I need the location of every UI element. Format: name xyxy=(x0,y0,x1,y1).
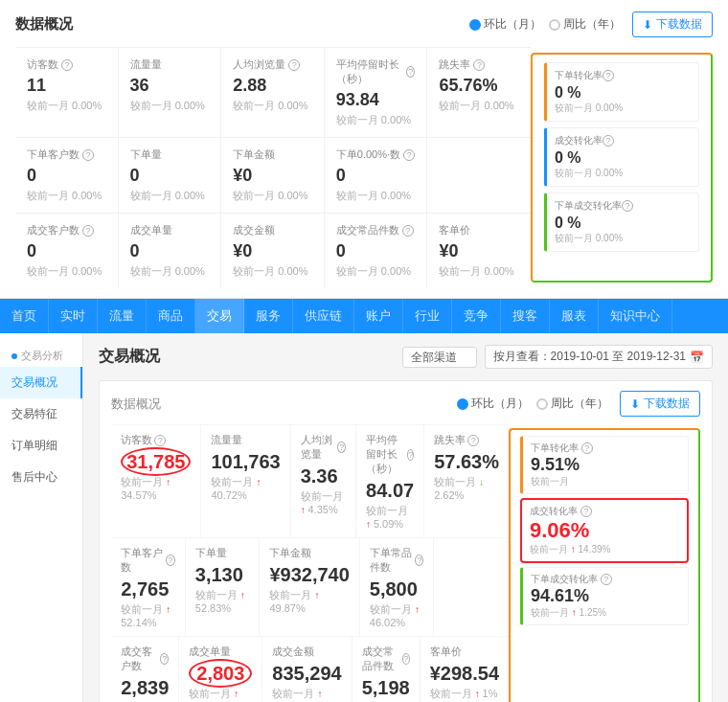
main-metrics-left: 访客数 ? 31,785 较前一月 ↑ 34.57% xyxy=(111,424,509,702)
main-conv-0: 下单转化率 ? 9.51% 较前一月 xyxy=(520,436,689,494)
sidebar-dot xyxy=(11,353,17,359)
info-icon-6[interactable]: ? xyxy=(403,149,415,161)
main-download-icon: ⬇ xyxy=(630,397,640,411)
sidebar-item-overview[interactable]: 交易概况 xyxy=(0,367,82,398)
info-icon[interactable]: ? xyxy=(61,59,73,71)
top-metrics-wrapper: 访客数? 11 较前一月 0.00% 流量量 36 较前一月 0.00% 人均浏… xyxy=(15,47,713,288)
main-info-5[interactable]: ? xyxy=(166,555,175,566)
metric-avg-pv: 人均浏览量? 2.88 较前一月 0.00% xyxy=(221,48,325,137)
info-icon-c3[interactable]: ? xyxy=(622,200,633,212)
main-conv-info-2[interactable]: ? xyxy=(580,506,592,517)
main-radio-month-dot xyxy=(457,398,468,410)
top-conv-item-0: 下单转化率? 0 % 较前一月 0.00% xyxy=(544,62,699,122)
download-icon: ⬇ xyxy=(643,18,652,32)
top-conv-item-1: 成交转化率? 0 % 较前一月 0.00% xyxy=(544,127,699,187)
radio-year-dot xyxy=(549,19,560,31)
top-conv-item-2: 下单成交转化率? 0 % 较前一月 0.00% xyxy=(544,192,699,252)
top-controls: 环比（月） 周比（年） ⬇ 下载数据 xyxy=(469,11,713,37)
main-info-2[interactable]: ? xyxy=(337,442,346,453)
nav-search[interactable]: 搜客 xyxy=(501,299,550,333)
top-data-overview: 数据概况 环比（月） 周比（年） ⬇ 下载数据 xyxy=(0,0,728,299)
calendar-icon: 📅 xyxy=(690,351,704,364)
filter-group: 全部渠道 按月查看：2019-10-01 至 2019-12-31 📅 xyxy=(402,345,713,369)
main-metric-avg-time: 平均停留时长（秒）? 84.07 较前一月 ↑ 5.09% xyxy=(356,425,424,537)
info-icon-c1[interactable]: ? xyxy=(603,70,614,81)
info-icon-c2[interactable]: ? xyxy=(603,135,614,147)
main-metric-traffic: 流量量 101,763 较前一月 ↑ 40.72% xyxy=(201,425,290,537)
main-radio-group: 环比（月） 周比（年） xyxy=(457,396,608,412)
main-conv-2: 下单成交转化率 ? 94.61% 较前一月 ↑ 1.25% xyxy=(520,567,689,625)
main-content-wrapper: 交易分析 交易概况 交易特征 订单明细 售后中心 交易概况 全部渠道 按月查看：… xyxy=(0,333,728,702)
nav-account[interactable]: 账户 xyxy=(354,299,403,333)
main-conv-info-1[interactable]: ? xyxy=(581,442,593,454)
top-metrics-row3: 成交客户数? 0 较前一月 0.00% 成交单量 0 较前一月 0.00% 成交… xyxy=(15,213,531,288)
info-icon-4[interactable]: ? xyxy=(473,59,485,71)
main-conv-info-3[interactable]: ? xyxy=(601,574,612,585)
top-navigation: 首页 实时 流量 商品 交易 服务 供应链 账户 行业 竞争 搜客 服表 知识中… xyxy=(0,299,728,333)
main-controls: 环比（月） 周比（年） ⬇ 下载数据 xyxy=(457,391,700,417)
radio-year[interactable]: 周比（年） xyxy=(549,16,621,33)
main-conv-1: 成交转化率 ? 9.06% 较前一月 ↑ 14.39% xyxy=(520,498,689,563)
nav-competition[interactable]: 竞争 xyxy=(452,299,501,333)
top-download-button[interactable]: ⬇ 下载数据 xyxy=(632,11,713,37)
nav-supply[interactable]: 供应链 xyxy=(293,299,354,333)
main-content: 交易概况 全部渠道 按月查看：2019-10-01 至 2019-12-31 📅… xyxy=(83,333,728,702)
metric-bounce: 跳失率? 65.76% 较前一月 0.00% xyxy=(427,48,531,137)
main-radio-year[interactable]: 周比（年） xyxy=(536,396,608,412)
main-radio-month[interactable]: 环比（月） xyxy=(457,396,529,412)
info-icon-3[interactable]: ? xyxy=(406,66,415,78)
main-radio-year-dot xyxy=(536,398,548,410)
nav-service[interactable]: 服务 xyxy=(244,299,293,333)
radio-month-dot xyxy=(469,19,481,31)
main-info-1[interactable]: ? xyxy=(154,435,166,446)
date-filter-button[interactable]: 按月查看：2019-10-01 至 2019-12-31 📅 xyxy=(485,345,713,369)
main-info-4[interactable]: ? xyxy=(467,435,479,446)
main-metrics-row3: 成交客户数? 2,839 较前一月 ↑ 51 成交单量 xyxy=(111,636,509,702)
metric-avg-time: 平均停留时长（秒）? 93.84 较前一月 0.00% xyxy=(325,48,428,137)
sidebar-item-orders[interactable]: 订单明细 xyxy=(0,430,82,462)
top-metrics-row1: 访客数? 11 较前一月 0.00% 流量量 36 较前一月 0.00% 人均浏… xyxy=(15,47,531,137)
main-metrics-wrapper: 访客数 ? 31,785 较前一月 ↑ 34.57% xyxy=(111,424,700,702)
top-metrics-left: 访客数? 11 较前一月 0.00% 流量量 36 较前一月 0.00% 人均浏… xyxy=(15,47,531,288)
nav-traffic[interactable]: 流量 xyxy=(98,299,147,333)
info-icon-2[interactable]: ? xyxy=(288,59,300,71)
top-conversion-panel: 下单转化率? 0 % 较前一月 0.00% 成交转化率? 0 % 较前一月 0.… xyxy=(531,53,713,283)
nav-realtime[interactable]: 实时 xyxy=(49,299,98,333)
metric-visitors: 访客数? 11 较前一月 0.00% xyxy=(15,48,119,137)
channel-filter[interactable]: 全部渠道 xyxy=(402,347,477,368)
top-metrics-row2: 下单客户数? 0 较前一月 0.00% 下单量 0 较前一月 0.00% 下单金… xyxy=(15,137,531,213)
sidebar-section-label: 交易分析 xyxy=(0,341,82,367)
main-info-8[interactable]: ? xyxy=(402,653,410,665)
metric-traffic: 流量量 36 较前一月 0.00% xyxy=(119,48,222,137)
top-radio-group: 环比（月） 周比（年） xyxy=(469,16,621,33)
radio-month[interactable]: 环比（月） xyxy=(469,16,541,33)
main-metrics-row1: 访客数 ? 31,785 较前一月 ↑ 34.57% xyxy=(111,424,509,537)
nav-service2[interactable]: 服表 xyxy=(550,299,599,333)
top-header: 数据概况 环比（月） 周比（年） ⬇ 下载数据 xyxy=(15,11,713,37)
content-header: 交易概况 全部渠道 按月查看：2019-10-01 至 2019-12-31 📅 xyxy=(99,345,713,369)
content-title: 交易概况 xyxy=(99,347,160,367)
main-data-card: 数据概况 环比（月） 周比（年） ⬇ 下载数据 xyxy=(99,380,713,702)
main-metric-visitors: 访客数 ? 31,785 较前一月 ↑ 34.57% xyxy=(111,425,201,537)
info-icon-8[interactable]: ? xyxy=(402,225,414,237)
main-metric-avg-pv: 人均浏览量? 3.36 较前一月 ↑ 4.35% xyxy=(291,425,356,537)
main-info-6[interactable]: ? xyxy=(415,555,423,566)
nav-knowledge[interactable]: 知识中心 xyxy=(599,299,672,333)
main-info-7[interactable]: ? xyxy=(160,653,169,665)
main-download-button[interactable]: ⬇ 下载数据 xyxy=(620,391,700,417)
nav-industry[interactable]: 行业 xyxy=(403,299,452,333)
info-icon-7[interactable]: ? xyxy=(82,225,94,237)
metric-visitors-value: 11 xyxy=(27,76,106,96)
card-header: 数据概况 环比（月） 周比（年） ⬇ 下载数据 xyxy=(111,391,700,417)
nav-goods[interactable]: 商品 xyxy=(147,299,195,333)
sidebar: 交易分析 交易概况 交易特征 订单明细 售后中心 xyxy=(0,333,83,702)
sidebar-item-feature[interactable]: 交易特征 xyxy=(0,398,82,430)
nav-trade[interactable]: 交易 xyxy=(195,299,244,333)
main-metrics-row2: 下单客户数? 2,765 较前一月 ↑ 52.14% 下单量 3,130 xyxy=(111,537,509,636)
sidebar-item-after-sale[interactable]: 售后中心 xyxy=(0,462,82,493)
main-metric-bounce: 跳失率? 57.63% 较前一月 ↓ 2.62% xyxy=(424,425,509,537)
top-title: 数据概况 xyxy=(15,15,73,34)
info-icon-5[interactable]: ? xyxy=(82,149,94,161)
nav-home[interactable]: 首页 xyxy=(0,299,49,333)
main-info-3[interactable]: ? xyxy=(407,449,414,461)
